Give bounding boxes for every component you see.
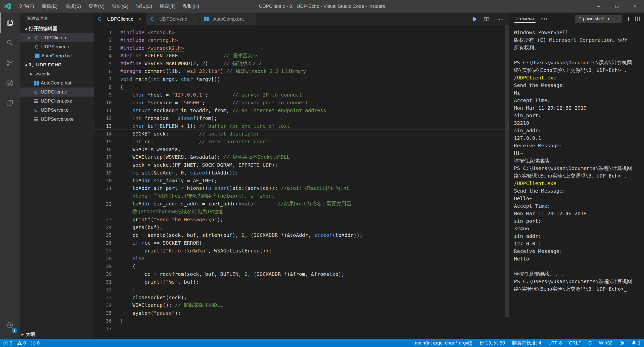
tab-UDPServer.c[interactable]: CUDPServer.c× bbox=[146, 13, 200, 25]
open-editor-item[interactable]: ×CUDPServer.c bbox=[20, 42, 94, 51]
problems-errors[interactable]: × 0 bbox=[4, 340, 12, 346]
editor-code-line[interactable]: 36} bbox=[94, 317, 509, 325]
tab-UDPClient.c[interactable]: CUDPClient.c× bbox=[94, 13, 146, 25]
run-code-button[interactable] bbox=[473, 17, 477, 22]
editor-code-line[interactable]: 33 closesocket(sock); bbox=[94, 293, 509, 301]
editor-code-line[interactable]: 6#pragma comment(lib, "ws2_32.lib") // 加… bbox=[94, 67, 509, 75]
editor-code-line[interactable]: 25 cc = sendto(sock, buf, strlen(buf), 0… bbox=[94, 231, 509, 239]
problems-infos[interactable]: i 6 bbox=[31, 340, 40, 346]
editor-code-line[interactable]: 8{ bbox=[94, 83, 509, 91]
code-text: system("pause"); bbox=[112, 310, 181, 316]
editor-code-line[interactable]: 20 toAddr.sin_family = AF_INET; bbox=[94, 177, 509, 184]
search-icon[interactable] bbox=[0, 33, 20, 53]
tree-item[interactable]: AutoComp.bat bbox=[20, 78, 94, 88]
editor-code-line[interactable]: 5#define WSVERS MAKEWORD(2, 2) // 指明版本2.… bbox=[94, 60, 509, 67]
code-editor[interactable]: 1#include <stdio.h>2#include <string.h>3… bbox=[94, 25, 509, 339]
editor-code-line[interactable]: 15 int cc; // recv character count bbox=[94, 138, 509, 145]
menu-item[interactable]: 查看(V) bbox=[85, 0, 108, 13]
tree-item[interactable]: CUDPServer.c bbox=[20, 106, 94, 115]
editor-code-line[interactable]: 13 char buf[BUFLEN + 1]; // buffer for o… bbox=[94, 122, 509, 130]
maximize-button[interactable] bbox=[608, 0, 626, 13]
editor-code-line[interactable]: 29 { bbox=[94, 262, 509, 270]
editor-code-line[interactable]: 34 WSACleanup(); // 卸载某版本的DLL bbox=[94, 301, 509, 309]
terminal-tab[interactable]: TERMINAL bbox=[514, 15, 536, 23]
feedback-smiley-icon[interactable] bbox=[619, 340, 624, 345]
editor-code-line[interactable]: 35 system("pause"); bbox=[94, 309, 509, 317]
editor-code-line[interactable]: 24 gets(buf); bbox=[94, 223, 509, 231]
extensions-icon[interactable] bbox=[0, 93, 20, 113]
editor-code-line[interactable]: 4#define BUFLEN 2000 // 缓冲区大小 bbox=[94, 52, 509, 60]
editor-code-line[interactable]: 7void main(int argc, char *argv[]) bbox=[94, 75, 509, 83]
folder-section-header[interactable]: ◢ 3、UDP-ECHO bbox=[20, 60, 94, 69]
vscode-insiders-logo bbox=[4, 2, 12, 10]
platform-target[interactable]: Win32 bbox=[599, 340, 613, 346]
tab-AutoComp.bat[interactable]: AutoComp.bat× bbox=[200, 13, 257, 25]
menu-item[interactable]: 文件(F) bbox=[15, 0, 38, 13]
source-control-icon[interactable] bbox=[0, 53, 20, 73]
scrollbar-thumb[interactable] bbox=[505, 25, 509, 317]
cursor-position[interactable]: 行 13, 列 50 bbox=[479, 340, 505, 346]
editor-code-line[interactable]: 10 char *service = "50500"; // server po… bbox=[94, 99, 509, 106]
split-terminal-icon[interactable] bbox=[634, 16, 640, 22]
editor-code-line[interactable]: 2#include <string.h> bbox=[94, 36, 509, 44]
editor-code-line[interactable]: 18 sock = socket(PF_INET, SOCK_DGRAM, IP… bbox=[94, 161, 509, 169]
editor-scrollbar[interactable] bbox=[505, 25, 509, 339]
open-editor-item[interactable]: ×CUDPClient.c bbox=[20, 33, 94, 42]
debug-icon[interactable] bbox=[0, 73, 20, 93]
editor-code-line[interactable]: 14 SOCKET sock; // socket descriptor bbox=[94, 130, 509, 138]
open-editor-item[interactable]: ×AutoComp.bat bbox=[20, 51, 94, 60]
menu-item[interactable]: 帮助(H) bbox=[179, 0, 203, 13]
editor-code-line[interactable]: 1#include <stdio.h> bbox=[94, 28, 509, 36]
tree-item[interactable]: UDPClient.exe bbox=[20, 97, 94, 106]
outline-section-header[interactable]: ▶ 大纲 bbox=[20, 330, 94, 339]
editor-code-line[interactable]: 23 printf("Send the Message:\n"); bbox=[94, 215, 509, 223]
tab-size[interactable]: 制表符长度: 4 bbox=[512, 340, 541, 346]
symbol-context[interactable]: main(int argc, char * argv[]) bbox=[415, 340, 472, 346]
settings-gear-icon[interactable]: 1 bbox=[0, 315, 20, 335]
editor-code-line[interactable]: 3#include <winsock2.h> bbox=[94, 44, 509, 52]
editor-code-line[interactable]: 32 } bbox=[94, 286, 509, 293]
editor-code-line[interactable]: 19 memset(&toAddr, 0, sizeof(toAddr)); bbox=[94, 169, 509, 177]
editor-code-line[interactable]: 数gethostbyname把域名转化为IP地址 bbox=[94, 208, 509, 215]
encoding[interactable]: UTF-8 bbox=[548, 340, 562, 346]
editor-code-line[interactable]: 31 printf("%s", buf); bbox=[94, 278, 509, 286]
tab-close-icon[interactable]: × bbox=[138, 16, 141, 22]
editor-code-line[interactable]: 17 WSAStartup(WSVERS, &wsadata); // 启动某版… bbox=[94, 153, 509, 161]
new-terminal-icon[interactable]: + bbox=[626, 16, 630, 22]
editor-code-line[interactable]: 9 char *host = "127.0.0.1"; // server IP… bbox=[94, 91, 509, 99]
open-editors-section-header[interactable]: ◢ 打开的编辑器 bbox=[20, 24, 94, 33]
editor-code-line[interactable]: 11 struct sockaddr_in toAddr, from; // a… bbox=[94, 106, 509, 114]
menu-item[interactable]: 选择(S) bbox=[61, 0, 85, 13]
problems-warnings[interactable]: ! 0 bbox=[17, 340, 26, 346]
editor-code-line[interactable]: 30 cc = recvfrom(sock, buf, BUFLEN, 0, (… bbox=[94, 270, 509, 278]
editor-code-line[interactable]: 22 toAddr.sin_addr.s_addr = inet_addr(ho… bbox=[94, 200, 509, 208]
split-editor-icon[interactable] bbox=[484, 16, 490, 22]
editor-code-line[interactable]: htons: 主机序(host)转化为网络序(network), s--shor… bbox=[94, 192, 509, 200]
terminal-output[interactable]: Windows PowerShell版权所有 (C) Microsoft Cor… bbox=[509, 25, 644, 339]
tree-item[interactable]: UDPServer.exe bbox=[20, 115, 94, 124]
editor-code-line[interactable]: 16 WSADATA wsadata; bbox=[94, 145, 509, 153]
editor-code-line[interactable]: 21 toAddr.sin_port = htons((u_short)atoi… bbox=[94, 184, 509, 192]
close-icon[interactable]: × bbox=[28, 35, 35, 40]
terminal-instance-select[interactable]: 2: powershell ▼ bbox=[575, 15, 622, 23]
minimize-button[interactable] bbox=[590, 0, 608, 13]
panel-more-icon[interactable]: ••• bbox=[541, 16, 548, 22]
notifications-bell[interactable]: 1 bbox=[631, 340, 640, 346]
explorer-icon[interactable] bbox=[0, 13, 20, 33]
editor-code-line[interactable]: 27 printf("Error:\n%d\n", WSAGetLastErro… bbox=[94, 247, 509, 254]
line-number: 12 bbox=[94, 115, 112, 121]
editor-code-line[interactable]: 26 if (cc == SOCKET_ERROR) bbox=[94, 239, 509, 247]
menu-item[interactable]: 调试(D) bbox=[132, 0, 156, 13]
editor-code-line[interactable]: 12 int fromsize = sizeof(from); bbox=[94, 114, 509, 122]
close-button[interactable] bbox=[626, 0, 644, 13]
tree-item[interactable]: CUDPClient.c bbox=[20, 88, 94, 97]
menu-item[interactable]: 终端(T) bbox=[156, 0, 179, 13]
language-mode[interactable]: C bbox=[588, 340, 592, 346]
menu-item[interactable]: 编辑(E) bbox=[38, 0, 61, 13]
eol-sequence[interactable]: CRLF bbox=[569, 340, 581, 346]
menu-item[interactable]: 转到(G) bbox=[108, 0, 132, 13]
editor-code-line[interactable]: 37 bbox=[94, 325, 509, 332]
editor-code-line[interactable]: 28 else bbox=[94, 254, 509, 262]
more-actions-icon[interactable]: ··· bbox=[496, 16, 504, 23]
tree-item[interactable]: ▶.vscode bbox=[20, 69, 94, 78]
